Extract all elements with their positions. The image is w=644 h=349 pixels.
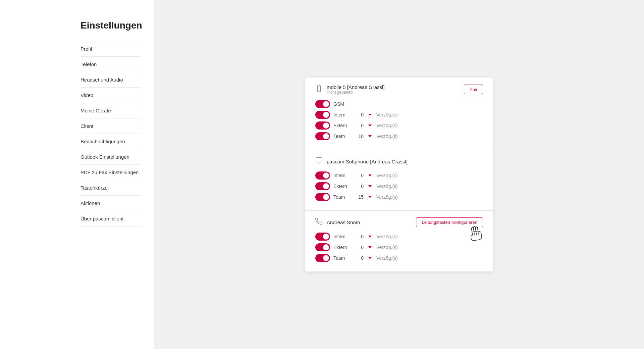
sidebar-item-video[interactable]: Video	[80, 88, 141, 103]
softphone-team-row: Team 15 Verzög.(s)	[315, 193, 483, 201]
device-snom-name: Andreas Snom	[327, 219, 360, 225]
mobile-icon	[315, 85, 323, 94]
mobile5-intern-chevron[interactable]	[368, 114, 372, 116]
snom-intern-row: Intern 0 Verzög.(s)	[315, 233, 483, 241]
device-snom-info: Andreas Snom	[315, 218, 360, 227]
monitor-icon	[315, 157, 323, 166]
snom-team-unit: Verzög.(s)	[376, 255, 398, 261]
sidebar-item-tastenkuerzel[interactable]: Tastenkürzel	[80, 180, 141, 196]
softphone-extern-unit: Verzög.(s)	[376, 184, 398, 189]
device-mobile5-info: mobile 5 [Andreas Grassl] Nicht gepaired	[315, 84, 385, 95]
softphone-extern-row: Extern 0 Verzög.(s)	[315, 182, 483, 190]
sidebar-item-pdf-fax[interactable]: PDF zu Fax Einstellungen	[80, 165, 141, 180]
snom-intern-value: 0	[355, 234, 364, 239]
gsm-toggle[interactable]	[315, 100, 330, 108]
sidebar-item-benachrichtigungen[interactable]: Benachrichtigungen	[80, 134, 141, 149]
sidebar-item-client[interactable]: Client	[80, 118, 141, 134]
mobile5-intern-toggle[interactable]	[315, 111, 330, 119]
softphone-extern-label: Extern	[333, 184, 352, 189]
softphone-intern-value: 0	[355, 173, 364, 178]
device-softphone-name: pascom Softphone [Andreas Grassl]	[327, 159, 408, 164]
sidebar-item-headset[interactable]: Headset und Audio	[80, 72, 141, 88]
mobile5-team-chevron[interactable]	[368, 135, 372, 137]
device-mobile5: mobile 5 [Andreas Grassl] Nicht gepaired…	[305, 78, 493, 150]
settings-panel: mobile 5 [Andreas Grassl] Nicht gepaired…	[305, 78, 493, 271]
snom-intern-toggle[interactable]	[315, 233, 330, 241]
mobile5-team-toggle[interactable]	[315, 132, 330, 140]
mobile5-extern-chevron[interactable]	[368, 124, 372, 127]
mobile5-extern-unit: Verzög.(s)	[376, 123, 398, 128]
mobile5-team-row: Team 10 Verzög.(s)	[315, 132, 483, 140]
softphone-intern-label: Intern	[333, 173, 352, 178]
softphone-intern-toggle[interactable]	[315, 171, 330, 180]
snom-intern-chevron[interactable]	[368, 236, 372, 238]
leitungstasten-button[interactable]: Leitungstasten Konfigurieren	[416, 217, 483, 227]
sidebar-item-aktionen[interactable]: Aktionen	[80, 196, 141, 211]
softphone-intern-unit: Verzög.(s)	[376, 173, 398, 178]
page-title: Einstellungen	[80, 20, 141, 31]
snom-intern-label: Intern	[333, 234, 352, 239]
softphone-intern-row: Intern 0 Verzög.(s)	[315, 171, 483, 180]
mobile5-intern-unit: Verzög.(s)	[376, 112, 398, 117]
softphone-extern-value: 0	[355, 184, 364, 189]
gsm-label: GSM	[333, 101, 344, 107]
sidebar-item-telefon[interactable]: Telefon	[80, 57, 141, 72]
snom-intern-unit: Verzög.(s)	[376, 234, 398, 239]
mobile5-intern-row: Intern 0 Verzög.(s)	[315, 111, 483, 119]
mobile5-team-value: 10	[355, 134, 364, 139]
device-softphone-header: pascom Softphone [Andreas Grassl]	[315, 157, 483, 166]
device-snom-header: Andreas Snom Leitungstasten Konfiguriere…	[315, 217, 483, 227]
softphone-team-value: 15	[355, 194, 364, 200]
mobile5-extern-value: 0	[355, 123, 364, 128]
mobile5-intern-value: 0	[355, 112, 364, 117]
gsm-row: GSM	[315, 100, 483, 108]
mobile5-extern-toggle[interactable]	[315, 121, 330, 130]
sidebar-nav: Profil Telefon Headset und Audio Video M…	[80, 41, 141, 227]
sidebar-item-ueber[interactable]: Über pascom client	[80, 211, 141, 227]
snom-extern-toggle[interactable]	[315, 243, 330, 251]
snom-extern-chevron[interactable]	[368, 246, 372, 248]
snom-team-chevron[interactable]	[368, 257, 372, 259]
softphone-team-label: Team	[333, 194, 352, 200]
softphone-extern-toggle[interactable]	[315, 182, 330, 190]
snom-team-toggle[interactable]	[315, 254, 330, 262]
snom-extern-value: 0	[355, 245, 364, 250]
phone-icon	[315, 218, 323, 227]
device-softphone: pascom Softphone [Andreas Grassl] Intern…	[305, 150, 493, 211]
device-mobile5-name: mobile 5 [Andreas Grassl]	[327, 84, 385, 90]
snom-team-value: 0	[355, 255, 364, 261]
mobile5-extern-label: Extern	[333, 123, 352, 128]
sidebar-item-geraete[interactable]: Meine Geräte	[80, 103, 141, 118]
snom-team-row: Team 0 Verzög.(s)	[315, 254, 483, 262]
sidebar: Einstellungen Profil Telefon Headset und…	[0, 0, 154, 349]
mobile5-team-unit: Verzög.(s)	[376, 134, 398, 139]
mobile5-intern-label: Intern	[333, 112, 352, 117]
svg-rect-2	[316, 158, 322, 162]
main-content: mobile 5 [Andreas Grassl] Nicht gepaired…	[154, 0, 644, 349]
mobile5-team-label: Team	[333, 134, 352, 139]
mobile5-extern-row: Extern 0 Verzög.(s)	[315, 121, 483, 130]
device-snom: Andreas Snom Leitungstasten Konfiguriere…	[305, 211, 493, 271]
softphone-team-toggle[interactable]	[315, 193, 330, 201]
device-softphone-info: pascom Softphone [Andreas Grassl]	[315, 157, 408, 166]
softphone-team-unit: Verzög.(s)	[376, 194, 398, 200]
device-mobile5-header: mobile 5 [Andreas Grassl] Nicht gepaired…	[315, 84, 483, 95]
sidebar-item-profil[interactable]: Profil	[80, 41, 141, 57]
snom-extern-unit: Verzög.(s)	[376, 245, 398, 250]
softphone-extern-chevron[interactable]	[368, 185, 372, 187]
softphone-intern-chevron[interactable]	[368, 174, 372, 177]
snom-team-label: Team	[333, 255, 352, 261]
pair-button[interactable]: Pair	[464, 85, 483, 94]
snom-extern-label: Extern	[333, 245, 352, 250]
device-mobile5-status: Nicht gepaired	[327, 90, 385, 95]
sidebar-item-outlook[interactable]: Outlook Einstellungen	[80, 149, 141, 165]
snom-extern-row: Extern 0 Verzög.(s)	[315, 243, 483, 251]
softphone-team-chevron[interactable]	[368, 196, 372, 198]
